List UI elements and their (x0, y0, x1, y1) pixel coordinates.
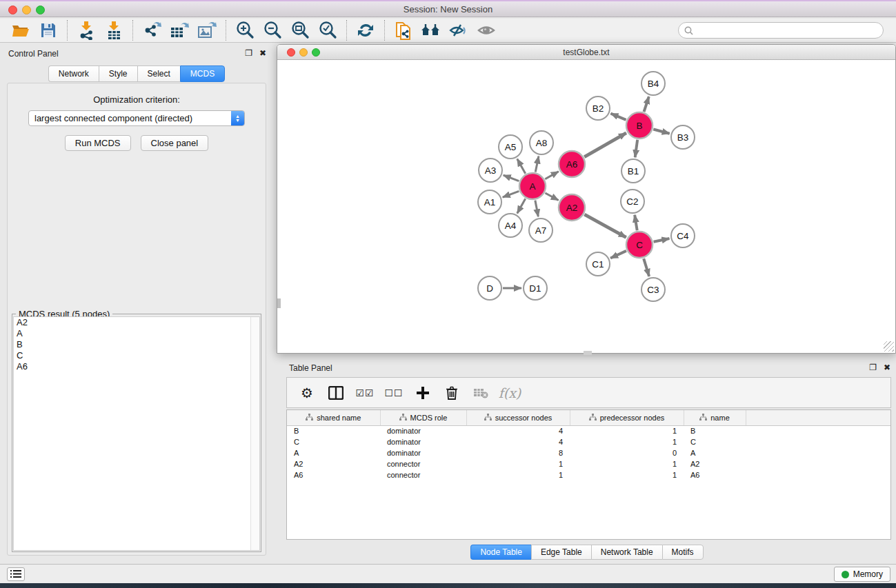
table-cell[interactable]: A (684, 447, 746, 458)
table-cell[interactable]: 1 (570, 469, 684, 480)
table-cell[interactable]: 1 (570, 436, 684, 447)
graph-edge-A-A5[interactable] (517, 159, 526, 173)
memory-button[interactable]: Memory (834, 567, 890, 582)
table-row[interactable]: Cdominator41C (287, 436, 890, 447)
float-panel-icon[interactable]: ❐ (869, 363, 877, 372)
graph-edge-B-B2[interactable] (610, 114, 626, 120)
graph-edge-C-C3[interactable] (644, 258, 649, 276)
settings-gear-icon[interactable]: ⚙ (295, 381, 319, 405)
table-cell[interactable]: connector (380, 458, 466, 469)
export-table-button[interactable] (166, 19, 193, 41)
table-cell[interactable]: A2 (287, 458, 380, 469)
vertical-scroll-thumb[interactable] (277, 298, 281, 308)
graph-edge-A-A3[interactable] (504, 175, 519, 181)
zoom-fit-button[interactable] (286, 19, 314, 41)
table-cell[interactable]: 1 (570, 425, 684, 436)
result-scrollbar[interactable] (250, 317, 259, 550)
result-item[interactable]: C (14, 350, 259, 361)
network-graph[interactable]: AA1A2A3A4A5A6A7A8BB1B2B3B4CC1C2C3C4DD1 (278, 60, 895, 352)
column-header-successor-nodes[interactable]: successor nodes (466, 410, 570, 425)
deselect-all-icon[interactable]: ☐☐ (382, 381, 406, 405)
import-table-button[interactable] (100, 19, 128, 41)
table-cell[interactable]: 0 (570, 447, 684, 458)
resize-grip[interactable] (884, 341, 894, 352)
column-header-shared-name[interactable]: shared name (287, 410, 380, 425)
tab-network[interactable]: Network (48, 65, 99, 82)
show-all-button[interactable] (472, 19, 500, 41)
first-neighbors-button[interactable] (417, 19, 445, 41)
table-row[interactable]: Adominator80A (287, 447, 890, 458)
table-cell[interactable]: dominator (380, 425, 466, 436)
horizontal-scroll-thumb[interactable] (584, 351, 592, 355)
graph-edge-A-A6[interactable] (545, 172, 559, 179)
graph-edge-A-A7[interactable] (535, 201, 538, 217)
table-cell[interactable]: 1 (466, 469, 570, 480)
table-cell[interactable]: A6 (684, 469, 746, 480)
table-cell[interactable]: B (684, 425, 746, 436)
save-session-button[interactable] (34, 19, 62, 41)
tab-style[interactable]: Style (99, 65, 137, 82)
mcds-result-list[interactable]: A2ABCA6 (13, 316, 260, 551)
export-network-button[interactable] (138, 19, 166, 41)
close-panel-icon[interactable]: ✖ (259, 48, 266, 58)
table-cell[interactable]: A2 (684, 458, 746, 469)
result-item[interactable]: B (14, 339, 259, 350)
table-cell[interactable]: 1 (570, 458, 684, 469)
network-window-titlebar[interactable]: testGlobe.txt (277, 45, 895, 60)
table-row[interactable]: A2connector11A2 (287, 458, 890, 469)
graph-edge-A-A2[interactable] (545, 193, 558, 200)
zoom-out-button[interactable] (259, 19, 286, 41)
search-input[interactable] (697, 26, 877, 35)
import-network-button[interactable] (72, 19, 100, 41)
graph-edge-A-A4[interactable] (517, 199, 526, 213)
graph-edge-A-A1[interactable] (503, 191, 519, 197)
close-panel-icon[interactable]: ✖ (884, 363, 890, 372)
table-cell[interactable]: 4 (466, 425, 570, 436)
table-cell[interactable]: connector (380, 469, 466, 480)
run-mcds-button[interactable]: Run MCDS (65, 135, 131, 151)
table-cell[interactable]: C (684, 436, 746, 447)
zoom-selected-button[interactable] (314, 19, 341, 41)
tab-mcds[interactable]: MCDS (180, 65, 225, 82)
graph-edge-A6-B[interactable] (584, 133, 626, 157)
close-panel-button[interactable]: Close panel (141, 135, 209, 151)
task-history-button[interactable] (7, 567, 25, 581)
add-icon[interactable] (411, 381, 435, 405)
graph-edge-B-B3[interactable] (653, 129, 669, 133)
tab-edge-table[interactable]: Edge Table (531, 545, 591, 560)
result-item[interactable]: A (14, 328, 259, 339)
refresh-layout-button[interactable] (352, 19, 379, 41)
graph-edge-C-C1[interactable] (610, 251, 626, 258)
hide-selected-button[interactable] (445, 19, 472, 41)
delete-icon[interactable] (440, 381, 464, 405)
table-row[interactable]: A6connector11A6 (287, 469, 890, 480)
table-cell[interactable]: C (287, 436, 380, 447)
result-item[interactable]: A2 (14, 317, 259, 328)
table-cell[interactable]: A6 (287, 469, 380, 480)
criterion-dropdown[interactable]: largest connected component (directed) ▲… (28, 110, 245, 126)
tab-select[interactable]: Select (137, 65, 180, 82)
table-cell[interactable]: 4 (466, 436, 570, 447)
table-row[interactable]: Bdominator41B (287, 425, 890, 436)
node-table[interactable]: shared nameMCDS rolesuccessor nodesprede… (286, 409, 891, 540)
graph-edge-B-B1[interactable] (635, 140, 637, 157)
table-cell[interactable]: dominator (380, 447, 466, 458)
result-item[interactable]: A6 (14, 361, 259, 372)
table-cell[interactable]: B (287, 425, 380, 436)
graph-edge-A2-C[interactable] (584, 214, 626, 237)
open-session-button[interactable] (7, 19, 34, 41)
zoom-in-button[interactable] (231, 19, 259, 41)
graph-edge-B-B4[interactable] (644, 97, 649, 112)
duplicate-network-button[interactable] (390, 19, 417, 41)
network-canvas[interactable]: AA1A2A3A4A5A6A7A8BB1B2B3B4CC1C2C3C4DD1 (278, 60, 895, 352)
graph-edge-A-A8[interactable] (535, 156, 539, 172)
select-all-icon[interactable]: ☑☑ (353, 381, 377, 405)
graph-edge-C-C4[interactable] (654, 239, 670, 242)
table-cell[interactable]: A (287, 447, 380, 458)
column-view-icon[interactable] (324, 381, 348, 405)
search-field[interactable] (678, 22, 884, 39)
graph-edge-C-C2[interactable] (635, 215, 637, 231)
table-cell[interactable]: dominator (380, 436, 466, 447)
column-header-MCDS-role[interactable]: MCDS role (380, 410, 466, 425)
float-panel-icon[interactable]: ❐ (245, 48, 252, 58)
